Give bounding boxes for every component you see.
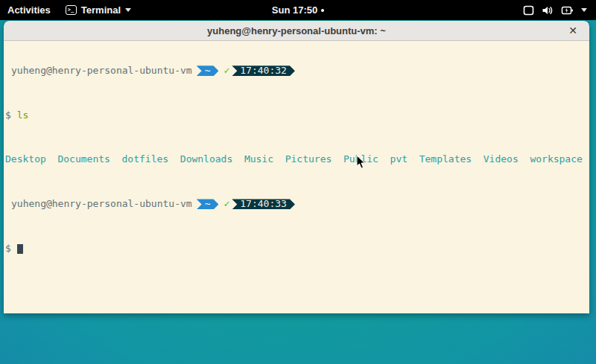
status-check-icon: ✓ xyxy=(224,66,229,77)
clock-button[interactable]: Sun 17:50 xyxy=(264,0,332,20)
system-status-area[interactable] xyxy=(514,0,596,20)
directory-listing: Desktop Documents dotfiles Downloads Mus… xyxy=(5,154,583,165)
top-bar: Activities >_ Terminal Sun 17:50 xyxy=(0,0,596,20)
prompt-line: yuheng@henry-personal-ubuntu-vm ~ ✓ 17:4… xyxy=(5,199,589,210)
volume-icon xyxy=(542,5,554,16)
window-title: yuheng@henry-personal-ubuntu-vm: ~ xyxy=(207,25,386,36)
desktop-wallpaper: Activities >_ Terminal Sun 17:50 xyxy=(0,0,596,364)
prompt-symbol: $ xyxy=(5,110,11,121)
app-menu-button[interactable]: >_ Terminal xyxy=(58,0,139,20)
terminal-cursor xyxy=(17,244,23,254)
command-line: $ ls xyxy=(5,110,589,121)
prompt-user: yuheng@henry-personal-ubuntu-vm xyxy=(5,199,192,210)
powerline-path-segment: ~ xyxy=(197,66,219,76)
input-line: $ xyxy=(5,243,589,255)
clock-label: Sun 17:50 xyxy=(272,4,317,16)
app-menu-label: Terminal xyxy=(81,4,121,16)
close-button[interactable]: ✕ xyxy=(567,24,579,37)
powerline-path-segment: ~ xyxy=(197,199,219,209)
powerline-time-segment: 17:40:32 xyxy=(232,66,295,76)
titlebar[interactable]: yuheng@henry-personal-ubuntu-vm: ~ ✕ xyxy=(4,21,589,41)
terminal-window: yuheng@henry-personal-ubuntu-vm: ~ ✕ yuh… xyxy=(4,21,589,313)
display-icon xyxy=(523,5,534,16)
prompt-line: yuheng@henry-personal-ubuntu-vm ~ ✓ 17:4… xyxy=(5,66,589,77)
prompt-user: yuheng@henry-personal-ubuntu-vm xyxy=(5,66,192,77)
top-bar-left: Activities >_ Terminal xyxy=(0,0,139,20)
command-text: ls xyxy=(17,110,29,121)
powerline-time-segment: 17:40:33 xyxy=(232,199,295,209)
notification-dot-icon xyxy=(321,9,324,12)
chevron-down-icon xyxy=(581,8,587,12)
ls-output-line: Desktop Documents dotfiles Downloads Mus… xyxy=(5,154,589,165)
prompt-symbol: $ xyxy=(5,243,11,255)
activities-button[interactable]: Activities xyxy=(0,0,58,20)
chevron-down-icon xyxy=(125,8,131,12)
terminal-icon: >_ xyxy=(66,5,77,15)
command-text xyxy=(11,110,17,121)
terminal-content[interactable]: yuheng@henry-personal-ubuntu-vm ~ ✓ 17:4… xyxy=(4,41,589,313)
battery-charging-icon xyxy=(561,5,574,16)
status-check-icon: ✓ xyxy=(224,199,229,210)
